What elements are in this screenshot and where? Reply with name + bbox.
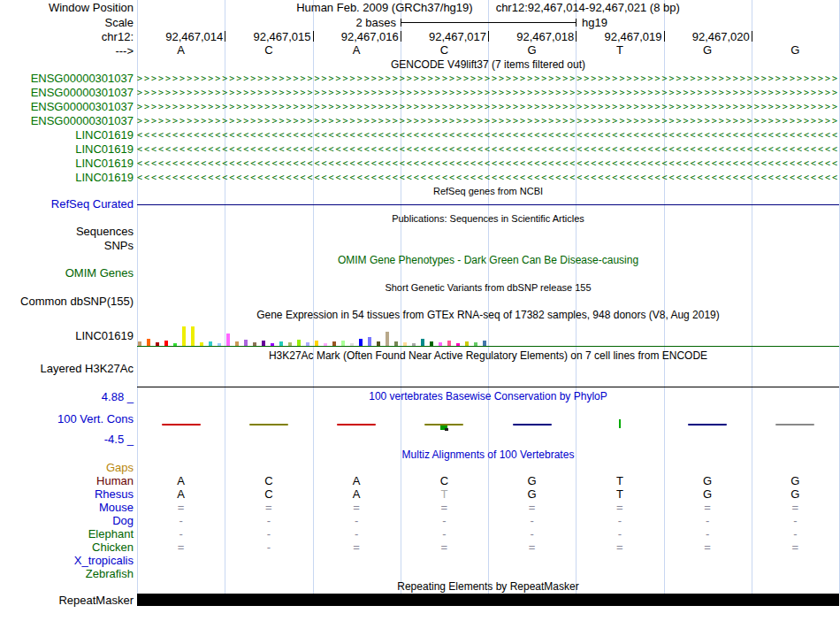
gtex-bar[interactable]	[209, 341, 212, 346]
gene-name-label[interactable]: LINC01619	[0, 157, 134, 169]
alignment-cell[interactable]: -	[260, 541, 278, 554]
sequences-label[interactable]: Sequences	[0, 226, 134, 237]
gtex-bar[interactable]	[359, 339, 363, 346]
alignment-cell[interactable]: A	[347, 488, 365, 501]
gtex-bar[interactable]	[253, 342, 256, 346]
alignment-cell[interactable]: =	[611, 502, 629, 514]
gtex-bar[interactable]	[297, 340, 301, 346]
gtex-bar[interactable]	[200, 342, 203, 346]
gene-name-label[interactable]: ENSG00000301037	[0, 115, 134, 126]
gtex-bar[interactable]	[226, 334, 230, 346]
alignment-cell[interactable]: -	[260, 528, 278, 540]
alignment-cell[interactable]: C	[260, 488, 278, 501]
gtex-bar[interactable]	[244, 340, 248, 346]
gencode-gene-row[interactable]: <<<<<<<<<<<<<<<<<<<<<<<<<<<<<<<<<<<<<<<<…	[137, 172, 839, 183]
alignment-cell[interactable]: -	[435, 528, 453, 540]
omim-genes-label[interactable]: OMIM Genes	[0, 267, 134, 279]
gtex-bar[interactable]	[279, 341, 283, 346]
gene-name-label[interactable]: LINC01619	[0, 129, 134, 141]
snps-label[interactable]: SNPs	[0, 240, 134, 251]
alignment-cell[interactable]: =	[523, 502, 541, 514]
repeatmasker-label[interactable]: RepeatMasker	[0, 594, 134, 606]
alignment-cell[interactable]: T	[611, 488, 629, 501]
species-label-rhesus[interactable]: Rhesus	[0, 488, 134, 500]
species-label-dog[interactable]: Dog	[0, 515, 134, 526]
alignment-cell[interactable]: -	[699, 528, 716, 540]
gtex-bar[interactable]	[262, 341, 265, 346]
conservation-mark[interactable]	[337, 424, 376, 426]
gtex-bar[interactable]	[306, 342, 309, 346]
alignment-cell[interactable]: =	[786, 541, 804, 554]
common-dbsnp-label[interactable]: Common dbSNP(155)	[0, 295, 134, 307]
gtex-bar[interactable]	[332, 341, 336, 346]
alignment-cell[interactable]: -	[172, 528, 190, 540]
alignment-cell[interactable]: -	[260, 515, 278, 527]
gene-name-label[interactable]: ENSG00000301037	[0, 73, 134, 84]
alignment-cell[interactable]: G	[786, 475, 804, 487]
gtex-bar[interactable]	[447, 341, 451, 346]
gencode-gene-row[interactable]: <<<<<<<<<<<<<<<<<<<<<<<<<<<<<<<<<<<<<<<<…	[137, 130, 839, 141]
species-label-human[interactable]: Human	[0, 475, 134, 487]
alignment-cell[interactable]: -	[786, 528, 804, 540]
gtex-gene-label[interactable]: LINC01619	[0, 330, 134, 341]
gencode-gene-row[interactable]: <<<<<<<<<<<<<<<<<<<<<<<<<<<<<<<<<<<<<<<<…	[137, 158, 839, 169]
gtex-bar[interactable]	[430, 341, 433, 346]
gtex-bar[interactable]	[218, 343, 221, 346]
conservation-label[interactable]: 100 Vert. Cons	[0, 413, 134, 425]
gene-name-label[interactable]: LINC01619	[0, 143, 134, 155]
gtex-bar[interactable]	[288, 342, 292, 346]
gene-name-label[interactable]: LINC01619	[0, 172, 134, 183]
conservation-mark[interactable]	[775, 424, 814, 426]
alignment-cell[interactable]: =	[435, 541, 453, 554]
alignment-cell[interactable]: A	[347, 475, 365, 487]
gene-name-label[interactable]: ENSG00000301037	[0, 87, 134, 98]
gtex-bar[interactable]	[421, 339, 424, 346]
repeatmasker-track[interactable]	[137, 594, 839, 606]
gtex-bar[interactable]	[483, 341, 486, 346]
gencode-gene-row[interactable]: <<<<<<<<<<<<<<<<<<<<<<<<<<<<<<<<<<<<<<<<…	[137, 144, 839, 155]
alignment-cell[interactable]: -	[347, 528, 365, 540]
refseq-curated-track[interactable]	[137, 204, 839, 205]
alignment-cell[interactable]: =	[699, 502, 716, 514]
alignment-cell[interactable]: =	[523, 541, 541, 554]
alignment-cell[interactable]: -	[699, 515, 716, 527]
gene-name-label[interactable]: ENSG00000301037	[0, 101, 134, 112]
alignment-cell[interactable]: =	[347, 502, 365, 514]
alignment-cell[interactable]: -	[172, 515, 190, 527]
species-label-chicken[interactable]: Chicken	[0, 541, 134, 553]
alignment-cell[interactable]: =	[699, 541, 716, 554]
alignment-cell[interactable]: A	[172, 475, 190, 487]
conservation-mark[interactable]	[619, 419, 621, 428]
gtex-bar[interactable]	[173, 343, 177, 346]
gtex-bar[interactable]	[138, 341, 141, 346]
gtex-bar[interactable]	[164, 341, 168, 346]
gtex-bar[interactable]	[368, 337, 371, 346]
alignment-cell[interactable]: -	[435, 515, 453, 527]
alignment-cell[interactable]: -	[523, 515, 541, 527]
gtex-bar[interactable]	[350, 343, 354, 346]
gtex-bar[interactable]	[147, 339, 150, 346]
alignment-cell[interactable]: -	[786, 515, 804, 527]
gtex-bar[interactable]	[377, 341, 380, 346]
conservation-mark[interactable]	[249, 424, 288, 426]
alignment-cell[interactable]: -	[611, 515, 629, 527]
gencode-gene-row[interactable]: >>>>>>>>>>>>>>>>>>>>>>>>>>>>>>>>>>>>>>>>…	[137, 116, 839, 126]
alignment-cell[interactable]: =	[172, 502, 190, 514]
gtex-bar[interactable]	[341, 341, 345, 346]
gtex-bar[interactable]	[456, 343, 460, 346]
alignment-cell[interactable]: =	[172, 541, 190, 554]
gtex-bar[interactable]	[315, 341, 318, 346]
gtex-bar[interactable]	[465, 341, 469, 346]
gencode-gene-row[interactable]: >>>>>>>>>>>>>>>>>>>>>>>>>>>>>>>>>>>>>>>>…	[137, 102, 839, 112]
gtex-bar[interactable]	[271, 343, 274, 346]
gtex-bar[interactable]	[156, 342, 159, 346]
alignment-cell[interactable]: =	[435, 502, 453, 514]
conservation-mark[interactable]	[688, 424, 727, 426]
alignment-cell[interactable]: G	[786, 488, 804, 501]
conservation-mark[interactable]	[162, 424, 201, 426]
alignment-cell[interactable]: G	[699, 475, 716, 487]
gtex-bar[interactable]	[235, 341, 239, 346]
gtex-bar[interactable]	[394, 341, 398, 346]
alignment-cell[interactable]: -	[523, 528, 541, 540]
alignment-cell[interactable]: A	[172, 488, 190, 501]
